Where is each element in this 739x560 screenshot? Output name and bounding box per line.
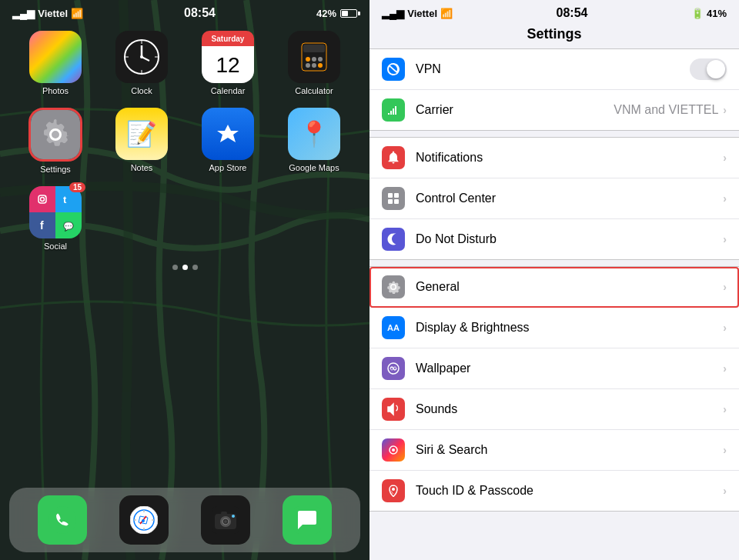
- settings-highlight-border: [28, 108, 82, 162]
- control-center-label: Control Center: [416, 192, 723, 205]
- carrier-value: VNM and VIETTEL: [614, 103, 718, 117]
- app-maps[interactable]: 📍 Google Maps: [277, 108, 351, 174]
- svg-text:t: t: [63, 194, 67, 205]
- sounds-label: Sounds: [416, 402, 723, 416]
- carrier-signal-left: ▂▄▆ Viettel 📶: [12, 8, 83, 19]
- settings-row-touchid[interactable]: Touch ID & Passcode ›: [370, 471, 739, 511]
- svg-rect-48: [394, 199, 399, 204]
- svg-rect-42: [221, 512, 227, 515]
- dnd-icon: [382, 228, 405, 251]
- app-icon-social: t f 💬: [29, 186, 82, 238]
- app-icon-calendar: Saturday 12: [202, 31, 254, 83]
- settings-row-sounds[interactable]: Sounds ›: [370, 389, 739, 430]
- app-appstore[interactable]: App Store: [191, 108, 265, 174]
- general-label: General: [416, 280, 723, 294]
- vpn-toggle[interactable]: [690, 58, 727, 80]
- battery-icon-left: [340, 9, 357, 18]
- left-panel: ▂▄▆ Viettel 📶 08:54 42% Photos: [0, 0, 370, 560]
- notifications-icon: [382, 146, 405, 169]
- svg-point-11: [306, 57, 310, 62]
- app-settings[interactable]: Settings: [18, 108, 92, 174]
- settings-row-control-center[interactable]: Control Center ›: [370, 178, 739, 219]
- wifi-icon-right: 📶: [440, 8, 453, 19]
- dock-phone[interactable]: [38, 495, 87, 545]
- svg-point-16: [318, 63, 323, 68]
- sounds-icon: [382, 398, 405, 421]
- app-label-settings: Settings: [40, 165, 71, 174]
- app-notes[interactable]: 📝 Notes: [105, 108, 179, 174]
- wallpaper-chevron: ›: [723, 362, 727, 375]
- battery-pct-right: 41%: [707, 8, 727, 19]
- dock-messages[interactable]: [283, 495, 332, 545]
- siri-label: Siri & Search: [416, 443, 723, 457]
- settings-list: VPN Carrier VNM and VIETTEL › Notificati…: [370, 48, 739, 560]
- wifi-icon-left: 📶: [71, 8, 83, 19]
- siri-chevron: ›: [723, 444, 727, 456]
- svg-point-43: [232, 515, 235, 518]
- app-label-notes: Notes: [131, 163, 153, 172]
- time-left: 08:54: [184, 6, 216, 20]
- carrier-icon: [382, 98, 405, 122]
- svg-point-27: [48, 506, 76, 534]
- app-icon-photos: [29, 31, 82, 83]
- carrier-signal-right: ▂▄▆ Viettel 📶: [382, 8, 453, 19]
- sounds-chevron: ›: [723, 403, 727, 415]
- app-photos[interactable]: Photos: [18, 31, 92, 95]
- signal-bars-left: ▂▄▆: [12, 8, 35, 19]
- settings-row-notifications[interactable]: Notifications ›: [370, 138, 739, 178]
- settings-row-display[interactable]: AA Display & Brightness ›: [370, 308, 739, 348]
- social-badge: 15: [69, 182, 85, 192]
- display-chevron: ›: [723, 322, 727, 334]
- settings-section-2: Notifications › Control Center ›: [370, 137, 739, 260]
- settings-row-dnd[interactable]: Do Not Disturb ›: [370, 219, 739, 259]
- dnd-label: Do Not Disturb: [416, 232, 723, 246]
- app-icon-appstore: [202, 108, 254, 160]
- settings-row-wallpaper[interactable]: Wallpaper ›: [370, 348, 739, 389]
- dock-camera[interactable]: [201, 495, 250, 545]
- svg-point-14: [306, 63, 310, 68]
- app-calendar[interactable]: Saturday 12 Calendar: [191, 31, 265, 95]
- vpn-icon: [382, 58, 405, 81]
- right-panel: ▂▄▆ Viettel 📶 08:54 🔋 41% Settings VPN: [370, 0, 739, 560]
- notifications-label: Notifications: [416, 151, 723, 165]
- settings-row-general[interactable]: General ›: [370, 267, 739, 308]
- wallpaper-label: Wallpaper: [416, 362, 723, 375]
- settings-row-vpn[interactable]: VPN: [370, 49, 739, 90]
- app-icon-settings: [31, 110, 80, 159]
- battery-right: 🔋 41%: [691, 8, 727, 19]
- svg-rect-46: [394, 193, 399, 198]
- apps-grid: Photos Clock: [0, 23, 370, 258]
- svg-point-51: [392, 448, 395, 452]
- app-icon-calculator: [288, 31, 340, 83]
- control-center-chevron: ›: [723, 192, 727, 205]
- app-label-appstore: App Store: [209, 163, 247, 172]
- svg-text:💬: 💬: [63, 221, 74, 232]
- svg-rect-10: [303, 45, 325, 52]
- dock-safari[interactable]: [119, 495, 169, 545]
- app-social[interactable]: t f 💬 15 Social: [18, 186, 92, 251]
- svg-point-52: [392, 488, 395, 491]
- svg-point-12: [312, 57, 316, 62]
- touchid-chevron: ›: [723, 485, 727, 497]
- status-bar-right: ▂▄▆ Viettel 📶 08:54 🔋 41%: [370, 0, 739, 23]
- dnd-chevron: ›: [723, 233, 727, 245]
- app-calculator[interactable]: Calculator: [277, 31, 351, 95]
- settings-row-siri[interactable]: Siri & Search ›: [370, 430, 739, 471]
- app-clock[interactable]: Clock: [105, 31, 179, 95]
- settings-section-1: VPN Carrier VNM and VIETTEL ›: [370, 48, 739, 131]
- svg-rect-45: [388, 193, 393, 198]
- carrier-name-left: Viettel: [38, 8, 68, 19]
- settings-row-carrier[interactable]: Carrier VNM and VIETTEL ›: [370, 90, 739, 130]
- page-dots: [0, 265, 370, 270]
- carrier-name-right: Viettel: [407, 8, 437, 19]
- svg-rect-47: [388, 199, 393, 204]
- svg-point-41: [224, 520, 227, 523]
- social-folder-wrapper: t f 💬 15: [29, 186, 82, 238]
- battery-pct-left: 42%: [316, 8, 336, 19]
- general-icon: [382, 275, 405, 298]
- notifications-chevron: ›: [723, 152, 727, 164]
- time-right: 08:54: [557, 6, 588, 20]
- app-icon-maps: 📍: [288, 108, 340, 160]
- touchid-icon: [382, 479, 405, 502]
- svg-point-36: [142, 519, 145, 522]
